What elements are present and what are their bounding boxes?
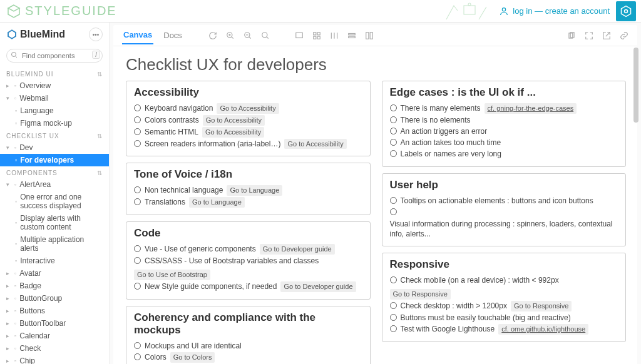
radio-icon[interactable] bbox=[134, 257, 141, 264]
search-input[interactable] bbox=[6, 49, 103, 63]
goto-link[interactable]: Go to Accessibility bbox=[217, 103, 279, 114]
checklist-item: Visual information during processing : s… bbox=[390, 206, 618, 240]
sidebar-item-chip[interactable]: ▸▫Chip bbox=[0, 355, 109, 364]
sidebar-item-overview[interactable]: ▸▫Overview bbox=[0, 79, 109, 92]
copy-icon[interactable] bbox=[567, 31, 576, 40]
radio-icon[interactable] bbox=[390, 314, 397, 321]
radio-icon[interactable] bbox=[134, 283, 141, 290]
radio-icon[interactable] bbox=[390, 276, 397, 283]
sidebar-item-check[interactable]: ▸▫Check bbox=[0, 342, 109, 355]
measure-icon[interactable] bbox=[330, 31, 339, 40]
svg-line-32 bbox=[606, 32, 610, 36]
checklist-text: Keyboard navigation bbox=[145, 103, 213, 113]
goto-link[interactable]: Go to Colors bbox=[170, 352, 215, 363]
radio-icon[interactable] bbox=[390, 325, 397, 332]
checklist-text: An action triggers an error bbox=[401, 126, 488, 136]
goto-link[interactable]: cf. gning-for-the-edge-cases bbox=[485, 103, 577, 114]
sidebar-item-badge[interactable]: ▸▫Badge bbox=[0, 280, 109, 292]
goto-link[interactable]: Go to Use of Bootstrap bbox=[134, 270, 210, 280]
ruler-icon[interactable] bbox=[365, 31, 374, 40]
sidebar-item-alertarea[interactable]: ▾▫AlertArea bbox=[0, 178, 109, 191]
card-edge: Edge cases : is the UI ok if ...There is… bbox=[382, 81, 627, 167]
radio-icon[interactable] bbox=[390, 302, 397, 309]
sidebar-item-alert-one[interactable]: ▫One error and one success displayed bbox=[0, 191, 109, 212]
grid-icon[interactable] bbox=[312, 31, 321, 40]
radio-icon[interactable] bbox=[134, 186, 141, 193]
sidebar-item-alert-custom[interactable]: ▫Display alerts with custom content bbox=[0, 212, 109, 233]
sidebar-item-buttons[interactable]: ▸▫Buttons bbox=[0, 305, 109, 317]
zoom-reset-icon[interactable] bbox=[261, 31, 270, 40]
sidebar-item-webmail[interactable]: ▾▫Webmail bbox=[0, 92, 109, 104]
svg-rect-26 bbox=[349, 33, 356, 34]
section-bluemind-ui[interactable]: BLUEMIND UI⇅ bbox=[0, 68, 109, 79]
checklist-text: Vue - Use of generic components bbox=[145, 244, 256, 254]
sidebar-item-alert-inter[interactable]: ▫Interactive bbox=[0, 255, 109, 267]
content-area: Canvas Docs Checklist UX for developers … bbox=[110, 23, 641, 364]
goto-link[interactable]: Go to Developer guide bbox=[260, 244, 335, 255]
svg-marker-0 bbox=[8, 5, 19, 11]
sidebar-item-buttongroup[interactable]: ▸▫ButtonGroup bbox=[0, 292, 109, 305]
radio-icon[interactable] bbox=[390, 197, 397, 204]
sidebar-item-language[interactable]: ▫Language bbox=[0, 104, 109, 117]
radio-icon[interactable] bbox=[134, 342, 141, 349]
outline-icon[interactable] bbox=[347, 31, 356, 40]
goto-link[interactable]: Go to Language bbox=[227, 185, 282, 196]
svg-point-16 bbox=[262, 32, 267, 37]
tab-canvas[interactable]: Canvas bbox=[122, 30, 153, 44]
login-link[interactable]: log in — create an account bbox=[499, 6, 610, 16]
radio-icon[interactable] bbox=[134, 116, 141, 123]
section-components[interactable]: COMPONENTS⇅ bbox=[0, 166, 109, 178]
open-external-icon[interactable] bbox=[602, 31, 611, 40]
radio-icon[interactable] bbox=[134, 104, 141, 111]
radio-icon[interactable] bbox=[134, 198, 141, 205]
goto-link[interactable]: Go to Accessibility bbox=[284, 139, 346, 149]
zoom-out-icon[interactable] bbox=[244, 31, 252, 40]
radio-icon[interactable] bbox=[390, 150, 397, 157]
checklist-text: There is many elements bbox=[401, 103, 481, 113]
sidebar-item-buttontoolbar[interactable]: ▸▫ButtonToolbar bbox=[0, 317, 109, 330]
goto-link[interactable]: Go to Language bbox=[189, 197, 245, 208]
goto-link[interactable]: Go to Responsive bbox=[390, 289, 451, 300]
app-logo: BlueMind bbox=[6, 29, 65, 40]
radio-icon[interactable] bbox=[134, 353, 141, 360]
goto-link[interactable]: Go to Responsive bbox=[511, 301, 572, 311]
svg-line-10 bbox=[232, 36, 233, 38]
svg-rect-28 bbox=[366, 32, 369, 39]
card-title: Accessibility bbox=[134, 86, 362, 99]
sidebar-item-calendar[interactable]: ▸▫Calendar bbox=[0, 330, 109, 342]
sidebar-item-for-developers[interactable]: ▫For developers bbox=[0, 154, 109, 166]
radio-icon[interactable] bbox=[134, 140, 141, 147]
header-decor-icon bbox=[445, 2, 489, 21]
search-shortcut: / bbox=[92, 51, 100, 59]
scrollbar[interactable] bbox=[633, 48, 640, 361]
sidebar-item-figma[interactable]: ▫Figma mock-up bbox=[0, 117, 109, 129]
checklist-text: Translations bbox=[145, 197, 185, 207]
section-checklist-ux[interactable]: CHECKLIST UX⇅ bbox=[0, 129, 109, 141]
more-icon[interactable]: ••• bbox=[89, 28, 103, 41]
goto-link[interactable]: Go to Accessibility bbox=[202, 127, 264, 138]
tab-docs[interactable]: Docs bbox=[162, 31, 183, 44]
radio-icon[interactable] bbox=[134, 245, 141, 252]
checklist-item: Tooltips on actionable elements : button… bbox=[390, 195, 618, 206]
radio-icon[interactable] bbox=[390, 104, 397, 111]
radio-icon[interactable] bbox=[390, 139, 397, 146]
radio-icon[interactable] bbox=[390, 116, 397, 123]
sidebar-item-alert-multi[interactable]: ▫Multiple application alerts bbox=[0, 233, 109, 255]
checklist-item: Screen readers information (aria-label…)… bbox=[134, 138, 362, 150]
radio-icon[interactable] bbox=[390, 128, 397, 134]
hexagon-icon[interactable] bbox=[616, 1, 636, 21]
sidebar-item-avatar[interactable]: ▸▫Avatar bbox=[0, 267, 109, 280]
login-text: log in — create an account bbox=[513, 6, 610, 16]
goto-link[interactable]: Go to Developer guide bbox=[280, 281, 356, 292]
sidebar-item-dev[interactable]: ▾▫Dev bbox=[0, 141, 109, 154]
goto-link[interactable]: Go to Accessibility bbox=[203, 115, 265, 126]
viewport-icon[interactable] bbox=[295, 31, 304, 40]
link-icon[interactable] bbox=[620, 31, 628, 40]
radio-icon[interactable] bbox=[390, 208, 397, 215]
zoom-in-icon[interactable] bbox=[226, 31, 235, 40]
goto-link[interactable]: cf. ome.github.io/lighthouse bbox=[498, 324, 588, 335]
fullscreen-icon[interactable] bbox=[585, 31, 593, 40]
refresh-icon[interactable] bbox=[208, 31, 217, 40]
radio-icon[interactable] bbox=[134, 128, 141, 135]
svg-rect-1 bbox=[464, 6, 475, 14]
